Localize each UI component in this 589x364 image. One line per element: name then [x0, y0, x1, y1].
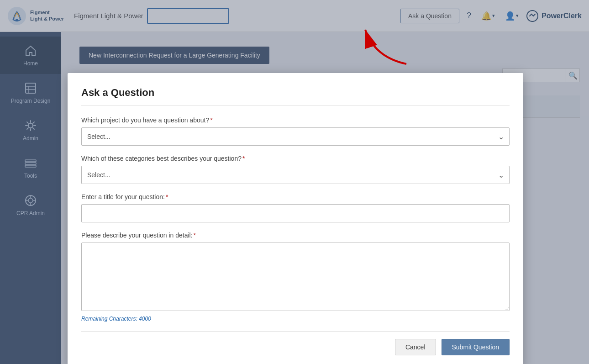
remaining-chars-label: Remaining Characters: 4000	[81, 316, 510, 322]
field1-required: *	[210, 116, 212, 124]
field2-required: *	[242, 155, 245, 162]
field1-label: Which project do you have a question abo…	[81, 116, 510, 124]
modal-footer: Cancel Submit Question	[81, 331, 510, 355]
field2-select-wrapper: Select... ⌄	[81, 166, 510, 184]
project-select[interactable]: Select...	[81, 127, 510, 146]
category-select[interactable]: Select...	[81, 166, 510, 184]
field3-label: Enter a title for your question:*	[81, 193, 510, 200]
field4-label: Please describe your question in detail:…	[81, 232, 510, 239]
ask-question-modal: Ask a Question Which project do you have…	[68, 73, 523, 364]
field2-group: Which of these categories best describes…	[81, 155, 510, 184]
cancel-button[interactable]: Cancel	[395, 339, 436, 355]
field1-group: Which project do you have a question abo…	[81, 116, 510, 146]
field2-label: Which of these categories best describes…	[81, 155, 510, 162]
field3-group: Enter a title for your question:*	[81, 193, 510, 222]
question-detail-textarea[interactable]	[81, 243, 510, 311]
question-title-input[interactable]	[81, 204, 510, 222]
field1-select-wrapper: Select... ⌄	[81, 127, 510, 146]
field4-required: *	[194, 232, 196, 239]
field3-required: *	[166, 193, 168, 200]
modal-title: Ask a Question	[81, 87, 510, 106]
field4-group: Please describe your question in detail:…	[81, 232, 510, 322]
submit-question-button[interactable]: Submit Question	[442, 339, 510, 355]
